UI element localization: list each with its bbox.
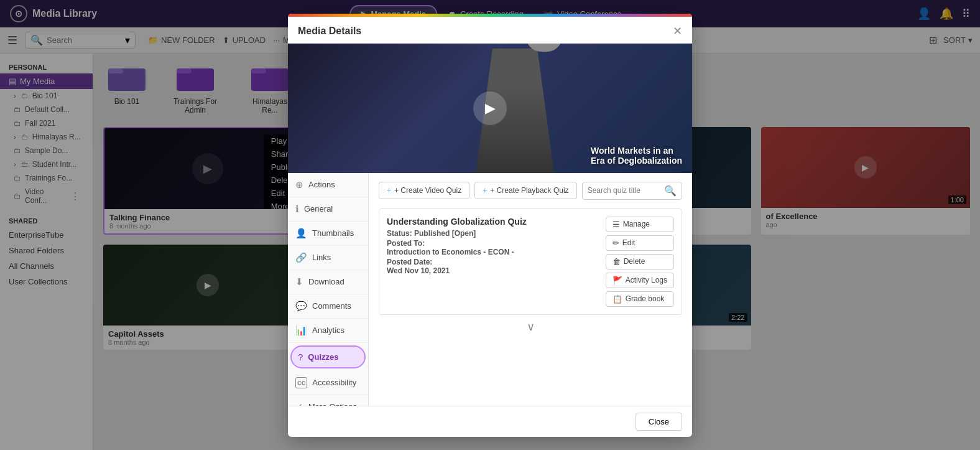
manage-label: Manage [623, 220, 650, 228]
quiz-posted-to-value: Introduction to Economics - ECON - [387, 248, 514, 256]
close-button[interactable]: Close [636, 413, 682, 431]
create-playback-quiz-button[interactable]: + + Create Playback Quiz [474, 182, 576, 199]
actions-icon: ⊕ [295, 179, 303, 190]
actions-label: Actions [308, 180, 335, 189]
modal-title-bar: Media Details ✕ [288, 17, 692, 44]
modal-side-comments[interactable]: 💬 Comments [288, 294, 368, 319]
modal-body: ⊕ Actions ℹ General 👤 Thumbnails 🔗 Links… [288, 173, 692, 406]
create-video-quiz-label: + Create Video Quiz [394, 186, 461, 195]
modal-side-more-options[interactable]: ✓ More Options [288, 395, 368, 406]
edit-icon: ✏ [612, 238, 619, 248]
links-label: Links [312, 253, 331, 262]
create-playback-quiz-label: + Create Playback Quiz [490, 186, 568, 195]
quiz-posted-date-label: Posted Date: [387, 258, 598, 266]
manage-quiz-button[interactable]: ☰ Manage [606, 217, 674, 232]
modal-side-accessibility[interactable]: cc Accessibility [288, 371, 368, 395]
plus-icon: + [387, 186, 391, 195]
comments-icon: 💬 [295, 301, 307, 312]
comments-label: Comments [312, 301, 351, 311]
manage-icon: ☰ [612, 220, 620, 229]
analytics-icon: 📊 [295, 325, 307, 336]
quizzes-icon: ? [298, 352, 303, 362]
links-icon: 🔗 [295, 252, 307, 263]
quiz-action-row: + + Create Video Quiz + + Create Playbac… [379, 182, 682, 200]
modal-side-panel: ⊕ Actions ℹ General 👤 Thumbnails 🔗 Links… [288, 173, 369, 406]
modal-title: Media Details [298, 26, 361, 37]
modal-video-preview: ▶ World Markets in an Era of Deglobaliza… [288, 44, 692, 173]
general-icon: ℹ [295, 204, 299, 215]
quiz-card-actions: ☰ Manage ✏ Edit 🗑 Delete 🚩 [606, 217, 674, 307]
modal-footer: Close [288, 406, 692, 437]
create-video-quiz-button[interactable]: + + Create Video Quiz [379, 182, 469, 199]
accessibility-label: Accessibility [312, 378, 356, 387]
modal-side-actions[interactable]: ⊕ Actions [288, 173, 368, 197]
modal-side-quizzes[interactable]: ? Quizzes [290, 345, 366, 368]
activity-logs-icon: 🚩 [612, 276, 622, 285]
delete-label: Delete [624, 257, 645, 266]
analytics-label: Analytics [312, 326, 344, 335]
download-label: Download [308, 277, 344, 286]
delete-quiz-button[interactable]: 🗑 Delete [606, 254, 674, 270]
quiz-search-box: 🔍 [582, 182, 682, 200]
quiz-search-icon[interactable]: 🔍 [664, 185, 677, 197]
modal-side-download[interactable]: ⬇ Download [288, 270, 368, 294]
thumbnails-label: Thumbnails [312, 228, 354, 238]
grade-book-label: Grade book [626, 294, 665, 303]
quiz-posted-date-row: Posted Date: Wed Nov 10, 2021 [387, 258, 598, 275]
quiz-status-value: Published [Open] [414, 229, 476, 238]
modal-side-links[interactable]: 🔗 Links [288, 246, 368, 270]
quiz-card-info: Understanding Globalization Quiz Status:… [387, 217, 598, 307]
quiz-card: Understanding Globalization Quiz Status:… [379, 209, 682, 315]
plus-icon2: + [483, 186, 487, 195]
delete-icon: 🗑 [612, 257, 621, 266]
modal-backdrop: Media Details ✕ ▶ World Markets in an Er… [0, 0, 980, 450]
activity-logs-button[interactable]: 🚩 Activity Logs [606, 273, 674, 288]
edit-label: Edit [622, 238, 636, 247]
quiz-search-input[interactable] [588, 186, 660, 195]
modal-main-content: + + Create Video Quiz + + Create Playbac… [369, 173, 692, 406]
activity-logs-label: Activity Logs [626, 276, 667, 284]
quiz-posted-to-row: Posted To: Introduction to Economics - E… [387, 239, 598, 256]
grade-book-button[interactable]: 📋 Grade book [606, 291, 674, 307]
quiz-posted-date-value: Wed Nov 10, 2021 [387, 266, 450, 275]
modal-video-label: World Markets in an Era of Deglobalizati… [591, 146, 682, 166]
download-icon: ⬇ [295, 276, 303, 288]
expand-quiz-chevron[interactable]: ∨ [379, 320, 682, 334]
general-label: General [304, 204, 333, 213]
modal-side-thumbnails[interactable]: 👤 Thumbnails [288, 222, 368, 246]
accessibility-icon: cc [295, 377, 307, 388]
modal-side-general[interactable]: ℹ General [288, 197, 368, 222]
quiz-status-row: Status: Published [Open] [387, 229, 598, 238]
quiz-posted-to-label: Posted To: [387, 239, 598, 248]
modal-side-analytics[interactable]: 📊 Analytics [288, 319, 368, 343]
quizzes-label: Quizzes [308, 352, 338, 362]
modal-close-button[interactable]: ✕ [673, 24, 682, 38]
grade-book-icon: 📋 [612, 294, 622, 304]
quiz-status-label: Status: [387, 229, 412, 238]
edit-quiz-button[interactable]: ✏ Edit [606, 235, 674, 251]
quiz-title: Understanding Globalization Quiz [387, 217, 598, 227]
modal-play-button[interactable]: ▶ [473, 91, 507, 125]
media-details-modal: Media Details ✕ ▶ World Markets in an Er… [288, 14, 692, 437]
more-options-icon: ✓ [295, 401, 303, 406]
thumbnails-icon: 👤 [295, 228, 307, 239]
